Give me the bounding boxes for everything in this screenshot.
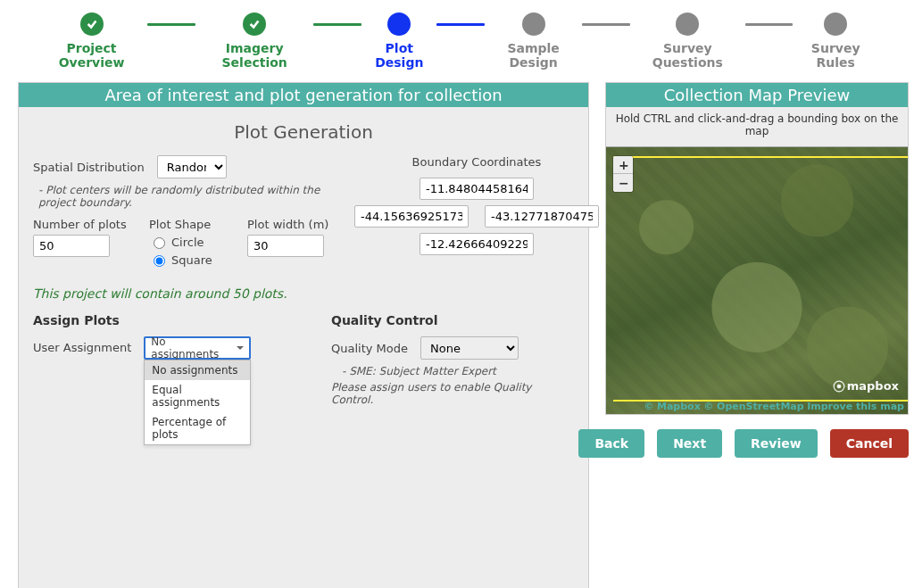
step-circle (387, 12, 411, 36)
option-equal-assignments[interactable]: Equal assignments (145, 380, 250, 412)
option-percentage-of-plots[interactable]: Percentage of plots (145, 412, 250, 444)
right-panel-header: Collection Map Preview (606, 83, 908, 107)
plot-width-input[interactable] (247, 235, 324, 257)
step-connector (436, 23, 485, 26)
boundary-south-input[interactable] (420, 233, 534, 255)
attribution-improve-link[interactable]: Improve this map (807, 401, 904, 412)
next-button[interactable]: Next (657, 429, 722, 458)
spatial-distribution-label: Spatial Distribution (33, 161, 145, 174)
map-canvas[interactable]: + − mapbox © Mapbox © OpenStreetMap Impr… (606, 146, 908, 414)
attribution-mapbox-link[interactable]: © Mapbox (644, 401, 701, 412)
step-label: Survey Questions (630, 41, 745, 70)
step-connector (745, 23, 794, 26)
assign-plots-heading: Assign Plots (33, 313, 310, 327)
back-button[interactable]: Back (578, 429, 644, 458)
spatial-distribution-hint: - Plot centers will be randomly distribu… (33, 184, 337, 209)
step-imagery-selection[interactable]: Imagery Selection (195, 12, 314, 70)
plot-shape-label: Plot Shape (149, 218, 229, 231)
step-label: Plot Design (361, 41, 436, 70)
option-no-assignments[interactable]: No assignments (145, 360, 250, 380)
map-instructions: Hold CTRL and click-and-drag a bounding … (606, 107, 908, 146)
number-of-plots-label: Number of plots (33, 218, 131, 231)
step-connector (147, 23, 195, 26)
boundary-east-input[interactable] (485, 205, 599, 228)
step-circle (522, 12, 545, 36)
step-sample-design[interactable]: Sample Design (485, 12, 582, 70)
svg-point-1 (836, 384, 841, 388)
check-icon (243, 12, 266, 36)
boundary-west-input[interactable] (354, 205, 469, 228)
section-title: Plot Generation (33, 121, 574, 143)
user-assignment-label: User Assignment (33, 341, 131, 354)
spatial-distribution-select[interactable]: Random (157, 155, 227, 178)
boundary-coordinates-label: Boundary Coordinates (354, 155, 599, 169)
step-connector (582, 23, 630, 26)
zoom-controls: + − (613, 156, 633, 192)
bbox-line-top (613, 156, 908, 158)
plot-shape-square[interactable]: Square (149, 253, 229, 267)
step-label: Imagery Selection (195, 41, 314, 70)
wizard-stepper: Project Overview Imagery Selection Plot … (0, 0, 914, 73)
zoom-out-button[interactable]: − (613, 174, 633, 192)
step-label: Project Overview (36, 41, 147, 70)
sme-hint: - SME: Subject Matter Expert (331, 365, 574, 377)
number-of-plots-input[interactable] (33, 235, 110, 257)
user-assignment-select[interactable]: No assignments (144, 336, 251, 360)
step-plot-design[interactable]: Plot Design (361, 12, 436, 70)
mapbox-icon (833, 380, 845, 393)
zoom-in-button[interactable]: + (613, 156, 633, 174)
plot-width-label: Plot width (m) (247, 218, 337, 231)
user-assignment-options: No assignments Equal assignments Percent… (144, 360, 251, 445)
check-icon (80, 12, 104, 36)
quality-control-warning: Please assign users to enable Quality Co… (331, 381, 574, 406)
boundary-north-input[interactable] (420, 178, 534, 200)
step-label: Sample Design (485, 41, 582, 70)
chevron-down-icon (237, 346, 244, 353)
quality-mode-label: Quality Mode (331, 342, 408, 355)
step-survey-rules[interactable]: Survey Rules (793, 12, 878, 70)
mapbox-logo: mapbox (833, 379, 899, 393)
left-panel-header: Area of interest and plot generation for… (19, 83, 588, 107)
quality-control-heading: Quality Control (331, 313, 574, 327)
plot-shape-circle[interactable]: Circle (149, 235, 229, 249)
quality-mode-select[interactable]: None (420, 336, 519, 360)
map-attribution: © Mapbox © OpenStreetMap Improve this ma… (613, 399, 908, 414)
wizard-footer-buttons: Back Next Review Cancel (605, 415, 909, 463)
attribution-osm-link[interactable]: © OpenStreetMap (703, 401, 803, 412)
map-preview-panel: Collection Map Preview Hold CTRL and cli… (605, 82, 909, 415)
review-button[interactable]: Review (735, 429, 818, 458)
step-survey-questions[interactable]: Survey Questions (630, 12, 745, 70)
step-connector (313, 23, 361, 26)
step-circle (824, 12, 847, 36)
plot-summary: This project will contain around 50 plot… (33, 286, 574, 301)
plot-design-panel: Area of interest and plot generation for… (18, 82, 589, 588)
step-circle (676, 12, 699, 36)
cancel-button[interactable]: Cancel (830, 429, 909, 458)
step-project-overview[interactable]: Project Overview (36, 12, 147, 70)
step-label: Survey Rules (793, 41, 878, 70)
